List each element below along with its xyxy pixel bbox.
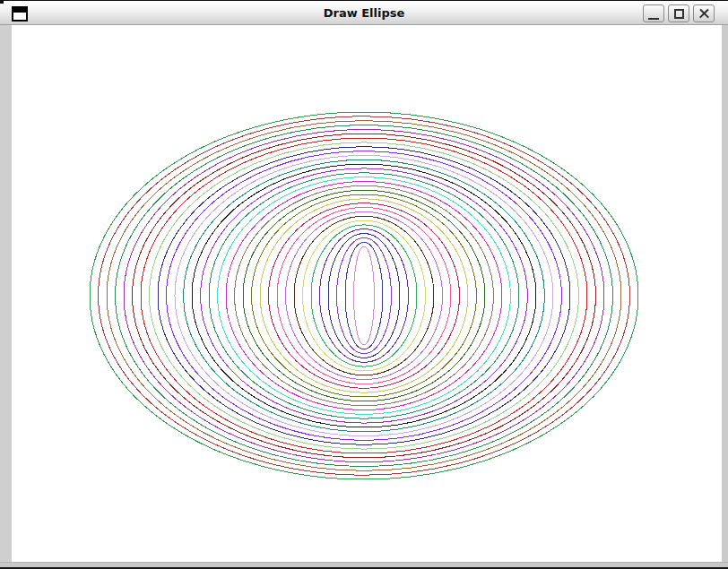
close-button[interactable] (693, 4, 715, 22)
minimize-icon (648, 18, 659, 20)
ellipse-ring (354, 246, 375, 345)
ellipse-ring (133, 134, 596, 458)
ellipse-ring (124, 129, 604, 461)
window-border-right[interactable] (722, 25, 728, 562)
drawing-canvas (12, 25, 722, 562)
ellipse-ring (158, 147, 570, 445)
ellipse-ring (243, 190, 485, 401)
maximize-button[interactable] (668, 4, 689, 22)
ellipse-ring (260, 199, 468, 392)
ellipse-ring (201, 168, 528, 423)
ellipse-ring (209, 173, 519, 418)
ellipse-ring (235, 185, 494, 405)
ellipse-ring (320, 229, 409, 363)
ellipse-ring (150, 142, 579, 449)
ellipse-ring (328, 234, 400, 358)
ellipse-ring (184, 159, 545, 431)
window-titlebar[interactable]: Draw Ellipse (0, 0, 728, 25)
maximize-icon (674, 9, 684, 19)
ellipse-ring (99, 116, 630, 475)
ellipse-ring (269, 203, 460, 389)
ellipse-ring (303, 220, 426, 371)
ellipses-svg (12, 25, 722, 562)
titlebar-buttons (643, 4, 715, 22)
ellipse-ring (90, 112, 638, 479)
close-icon (698, 8, 710, 20)
ellipse-ring (286, 211, 443, 379)
ellipse-ring (218, 177, 511, 415)
minimize-button[interactable] (643, 4, 664, 22)
window-border-left[interactable] (0, 25, 12, 562)
ellipse-ring (175, 155, 553, 435)
ellipse-ring (294, 216, 434, 375)
window-title: Draw Ellipse (0, 1, 728, 25)
ellipse-ring (116, 125, 613, 467)
ellipse-ring (345, 242, 383, 349)
app-window: Draw Ellipse (0, 0, 728, 569)
